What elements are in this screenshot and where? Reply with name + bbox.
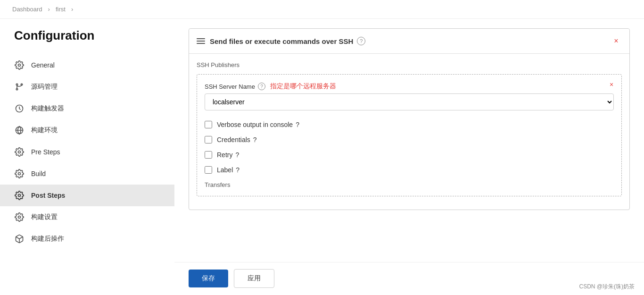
svg-point-2 xyxy=(16,88,17,90)
sidebar-item-build[interactable]: Build xyxy=(0,163,174,185)
gear-icon xyxy=(14,60,25,70)
sidebar-item-env[interactable]: 构建环境 xyxy=(0,119,174,141)
credentials-checkbox[interactable] xyxy=(205,136,212,143)
sidebar-item-post-build[interactable]: 构建后操作 xyxy=(0,228,174,250)
panel-body: SSH Publishers × SSH Server Name ? 指定是哪个… xyxy=(189,54,629,210)
svg-point-9 xyxy=(18,216,21,219)
sidebar-label-post-steps: Post Steps xyxy=(31,192,65,199)
panel-title: Send files or execute commands over SSH xyxy=(210,37,353,45)
gear-settings-icon xyxy=(14,212,25,222)
svg-point-0 xyxy=(18,64,21,67)
breadcrumb-dashboard[interactable]: Dashboard xyxy=(12,6,42,13)
footer: 保存 应用 CSDN @珍朱(珠)奶茶 xyxy=(174,262,644,295)
sidebar-label-triggers: 构建触发器 xyxy=(31,104,64,113)
server-name-label-row: SSH Server Name ? 指定是哪个远程服务器 xyxy=(205,82,614,91)
svg-point-6 xyxy=(18,151,21,153)
verbose-help-icon[interactable]: ? xyxy=(296,121,299,128)
verbose-checkbox[interactable] xyxy=(205,121,212,128)
globe-icon xyxy=(14,125,25,135)
panel-close-button[interactable]: × xyxy=(611,35,622,47)
server-annotation: 指定是哪个远程服务器 xyxy=(270,82,336,91)
watermark: CSDN @珍朱(珠)奶茶 xyxy=(579,279,635,295)
sidebar-label-general: General xyxy=(31,61,55,69)
breadcrumb-sep2: › xyxy=(71,6,73,13)
sidebar-item-post-steps[interactable]: Post Steps xyxy=(0,185,174,206)
retry-label: Retry xyxy=(217,151,232,159)
inner-panel: × SSH Server Name ? 指定是哪个远程服务器 localserv… xyxy=(197,74,622,196)
breadcrumb: Dashboard › first › xyxy=(0,0,644,19)
sidebar-label-env: 构建环境 xyxy=(31,126,58,135)
panel-header: Send files or execute commands over SSH … xyxy=(189,29,629,54)
svg-point-7 xyxy=(18,173,21,175)
server-select[interactable]: localserver xyxy=(205,93,614,110)
label-help-icon[interactable]: ? xyxy=(236,166,239,174)
ssh-panel: Send files or execute commands over SSH … xyxy=(189,28,630,210)
label-checkbox[interactable] xyxy=(205,166,212,174)
breadcrumb-sep1: › xyxy=(48,6,50,13)
retry-checkbox[interactable] xyxy=(205,151,212,159)
sidebar-item-pre-steps[interactable]: Pre Steps xyxy=(0,141,174,163)
sidebar-label-source: 源码管理 xyxy=(31,83,58,91)
label-text: Label xyxy=(217,166,233,174)
sidebar-title: Configuration xyxy=(0,28,174,54)
sidebar-label-build: Build xyxy=(31,170,46,177)
checkbox-credentials: Credentials ? xyxy=(205,132,614,147)
sidebar-item-source[interactable]: 源码管理 xyxy=(0,76,174,98)
checkbox-label: Label ? xyxy=(205,162,614,177)
sidebar-label-post-build: 构建后操作 xyxy=(31,235,64,243)
sidebar-label-pre-steps: Pre Steps xyxy=(31,148,60,156)
checkbox-retry: Retry ? xyxy=(205,147,614,162)
sidebar-item-build-settings[interactable]: 构建设置 xyxy=(0,206,174,228)
sidebar-label-build-settings: 构建设置 xyxy=(31,213,58,221)
apply-button[interactable]: 应用 xyxy=(234,269,274,288)
transfers-label: Transfers xyxy=(205,181,614,188)
clock-icon xyxy=(14,103,25,114)
save-button[interactable]: 保存 xyxy=(189,270,228,287)
server-name-help-icon[interactable]: ? xyxy=(258,83,265,90)
gear-build-icon xyxy=(14,169,25,179)
package-icon xyxy=(14,234,25,244)
svg-point-8 xyxy=(18,194,21,197)
checkbox-verbose: Verbose output in console ? xyxy=(205,117,614,132)
ssh-publishers-label: SSH Publishers xyxy=(197,61,622,68)
hamburger-icon[interactable] xyxy=(197,38,205,44)
main-content: Send files or execute commands over SSH … xyxy=(174,19,644,262)
breadcrumb-first[interactable]: first xyxy=(56,6,66,13)
credentials-help-icon[interactable]: ? xyxy=(253,136,257,143)
sidebar-item-triggers[interactable]: 构建触发器 xyxy=(0,98,174,119)
server-name-label-text: SSH Server Name xyxy=(205,83,255,90)
gear-pre-icon xyxy=(14,147,25,157)
inner-panel-close-button[interactable]: × xyxy=(606,79,617,90)
sidebar: Configuration General 源码管理 构建触发器 构建环境 xyxy=(0,19,174,295)
credentials-label: Credentials xyxy=(217,136,250,143)
svg-point-1 xyxy=(16,84,17,85)
server-name-field: SSH Server Name ? 指定是哪个远程服务器 localserver xyxy=(205,82,614,110)
sidebar-item-general[interactable]: General xyxy=(0,54,174,76)
retry-help-icon[interactable]: ? xyxy=(235,151,239,159)
verbose-label: Verbose output in console xyxy=(217,121,293,128)
gear-post-icon xyxy=(14,190,25,201)
branch-icon xyxy=(14,82,25,92)
panel-help-icon[interactable]: ? xyxy=(357,37,365,45)
